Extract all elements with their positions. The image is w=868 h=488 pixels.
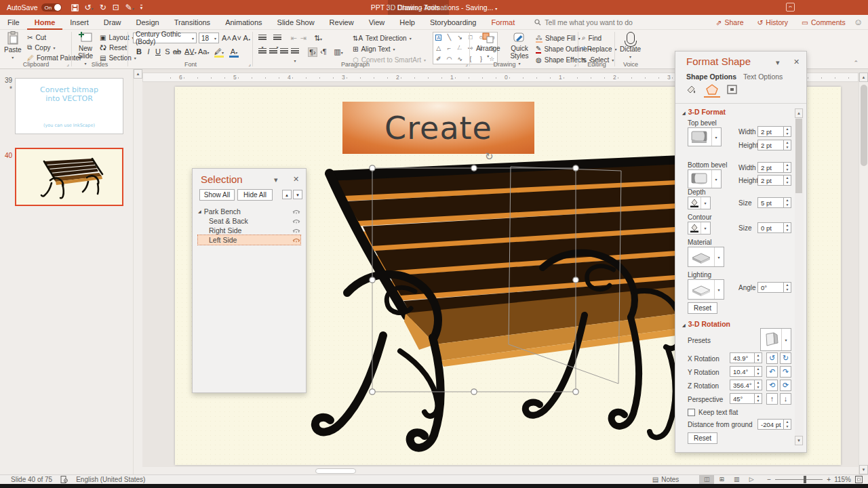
slide-show-button[interactable]: ▷ [744, 475, 759, 484]
effects-icon[interactable] [704, 84, 720, 98]
normal-view-button[interactable]: ◫ [699, 475, 714, 484]
vertical-scrollbar[interactable]: ▲ ▼ [859, 73, 868, 474]
align-left-button[interactable] [258, 47, 267, 56]
format-pane-scrollbar[interactable]: ▲ ▼ [795, 108, 804, 445]
thumbnail-scroll-up-icon[interactable]: ▲ [134, 69, 142, 79]
tab-animations[interactable]: Animations [218, 15, 269, 30]
accessibility-checker-icon[interactable] [60, 476, 68, 483]
lighting-angle-field[interactable]: 0°▲▼ [757, 282, 791, 293]
align-text-button[interactable]: ⊞Align Text▾ [353, 44, 395, 54]
spinner[interactable]: ▲▼ [754, 353, 762, 363]
copy-button[interactable]: ⧉Copy▾ [27, 43, 56, 52]
increase-indent-button[interactable]: ⇥ [298, 34, 308, 43]
find-button[interactable]: ⌕Find [582, 33, 601, 43]
tab-review[interactable]: Review [322, 15, 361, 30]
zoom-slider-thumb[interactable] [804, 476, 806, 483]
y-rotate-up-button[interactable]: ↶ [766, 366, 778, 378]
customize-qat-button[interactable]: ▾ [140, 5, 143, 11]
tab-file[interactable]: File [0, 15, 27, 30]
fit-slide-to-window-icon[interactable] [855, 476, 863, 483]
spinner[interactable]: ▲▼ [783, 140, 791, 150]
selection-item-left-side[interactable]: Left Side [198, 235, 300, 245]
top-bevel-height-field[interactable]: 2 pt▲▼ [757, 140, 791, 150]
spinner[interactable]: ▲▼ [783, 283, 791, 292]
spinner[interactable]: ▲▼ [783, 127, 791, 136]
perspective-field[interactable]: 45°▲▼ [730, 393, 762, 404]
visibility-eye-icon[interactable] [292, 236, 300, 244]
history-button[interactable]: ↺History [752, 17, 793, 28]
share-button[interactable]: ⇗Share [711, 17, 749, 28]
tab-slide-show[interactable]: Slide Show [270, 15, 322, 30]
bottom-bevel-button[interactable]: ▾ [688, 169, 722, 188]
tab-home[interactable]: Home [27, 15, 63, 30]
line-spacing-button[interactable]: ⇅▾ [313, 34, 323, 43]
font-color-button[interactable]: A▾ [229, 47, 239, 58]
spinner[interactable]: ▲▼ [783, 198, 791, 207]
comments-button[interactable]: ▭Comments [796, 17, 851, 28]
tab-insert[interactable]: Insert [62, 15, 96, 30]
tab-transitions[interactable]: Transitions [167, 15, 218, 30]
tab-text-options[interactable]: Text Options [743, 73, 783, 81]
autosave-toggle[interactable]: On [41, 3, 62, 12]
section-3d-rotation[interactable]: ◢3-D Rotation [682, 320, 730, 328]
tab-draw[interactable]: Draw [96, 15, 129, 30]
drawing-dialog-launcher[interactable]: ⌟ [574, 61, 576, 67]
hide-all-button[interactable]: Hide All [237, 189, 273, 201]
y-rotation-field[interactable]: 10.4°▲▼ [730, 366, 762, 377]
contour-size-field[interactable]: 0 pt▲▼ [757, 222, 791, 233]
tab-view[interactable]: View [361, 15, 393, 30]
highlight-color-button[interactable]: 🖉▾ [214, 47, 224, 58]
lighting-button[interactable]: ▾ [688, 279, 724, 300]
bring-forward-button[interactable]: ▲ [282, 190, 292, 199]
horizontal-scroll-thumb[interactable] [315, 468, 356, 474]
notes-button[interactable]: ▤Notes [652, 476, 679, 483]
reading-view-button[interactable]: ▥ [729, 475, 744, 484]
visibility-eye-icon[interactable] [292, 217, 300, 225]
horizontal-scrollbar[interactable] [142, 467, 859, 474]
selection-pane-menu-icon[interactable]: ▾ [274, 176, 278, 184]
distance-from-ground-field[interactable]: -204 pt▲▼ [757, 419, 791, 430]
scroll-up-icon[interactable]: ▲ [859, 73, 868, 82]
spinner[interactable]: ▲▼ [754, 394, 762, 403]
selection-item-seat-back[interactable]: Seat & Back [198, 216, 300, 226]
x-rotate-right-button[interactable]: ↻ [780, 352, 791, 364]
shrink-font-button[interactable]: A˅ [232, 34, 241, 42]
size-properties-icon[interactable] [724, 84, 741, 98]
cut-button[interactable]: ✂Cut [27, 33, 46, 42]
underline-button[interactable]: U [153, 47, 163, 56]
font-dialog-launcher[interactable]: ⌟ [248, 61, 251, 67]
align-center-button[interactable] [269, 47, 278, 56]
redo-button[interactable]: ↻ [100, 3, 106, 12]
scroll-down-icon[interactable]: ▼ [859, 465, 868, 474]
font-name-combo[interactable]: Century Gothic (Body)▾ [133, 33, 197, 43]
replace-button[interactable]: ᵇ̔Replace▾ [582, 44, 617, 54]
columns-button[interactable]: ▥▾ [334, 47, 343, 56]
spinner[interactable]: ▲▼ [783, 420, 791, 429]
format-pane-menu-icon[interactable]: ▾ [776, 58, 780, 67]
bold-button[interactable]: B [134, 47, 144, 56]
perspective-up-button[interactable]: ↑ [766, 393, 778, 405]
z-rotation-field[interactable]: 356.4°▲▼ [730, 380, 762, 390]
italic-button[interactable]: I [144, 47, 153, 56]
x-rotate-left-button[interactable]: ↺ [766, 352, 778, 364]
save-icon[interactable] [71, 4, 79, 12]
park-bench-graphic[interactable]: ↻ [285, 142, 692, 461]
selection-item-right-side[interactable]: Right Side [198, 226, 300, 235]
tab-help[interactable]: Help [392, 15, 422, 30]
strikethrough-button[interactable]: ab [172, 47, 182, 56]
format-pane-close-icon[interactable]: ✕ [793, 58, 800, 66]
show-all-button[interactable]: Show All [199, 189, 235, 201]
dictate-button[interactable]: Dictate▾ [620, 32, 641, 59]
pane-scroll-down-icon[interactable]: ▼ [795, 436, 803, 445]
rotation-reset-button[interactable]: Reset [688, 432, 717, 444]
slide-sorter-view-button[interactable]: ⊞ [714, 475, 729, 484]
character-spacing-button[interactable]: A̲V̲▾ [184, 47, 194, 56]
slide-39-animation-indicator[interactable]: * [3, 85, 12, 93]
spinner[interactable]: ▲▼ [754, 380, 762, 390]
pane-scroll-up-icon[interactable]: ▲ [795, 108, 803, 118]
reset-button[interactable]: 🗘Reset [100, 43, 127, 52]
undo-button[interactable]: ↺▾ [85, 3, 94, 12]
slide-counter[interactable]: Slide 40 of 75 [11, 476, 52, 483]
bottom-bevel-height-field[interactable]: 2 pt▲▼ [757, 175, 791, 186]
selection-item-park-bench[interactable]: ◢ Park Bench [198, 207, 300, 216]
